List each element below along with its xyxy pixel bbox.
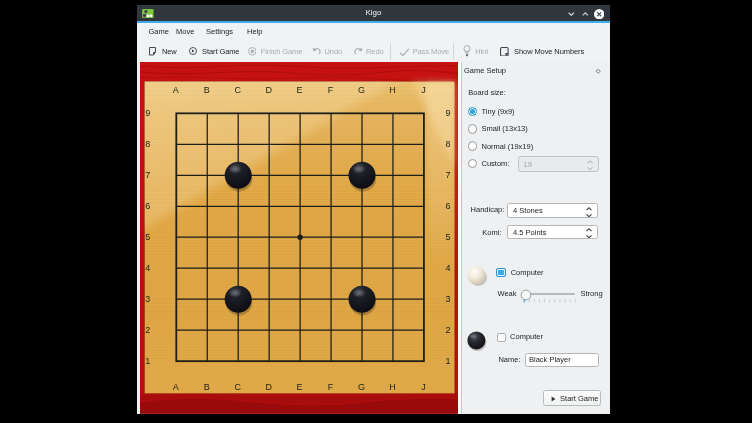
svg-text:8: 8 [145, 139, 150, 149]
svg-text:2: 2 [145, 325, 150, 335]
svg-text:E: E [296, 382, 302, 392]
svg-text:C: C [234, 382, 241, 392]
svg-text:3: 3 [445, 294, 450, 304]
svg-text:G: G [357, 382, 364, 392]
svg-text:2: 2 [445, 325, 450, 335]
svg-text:6: 6 [445, 201, 450, 211]
svg-text:C: C [234, 85, 241, 95]
svg-text:9: 9 [445, 108, 450, 118]
svg-text:G: G [357, 85, 364, 95]
svg-text:5: 5 [145, 232, 150, 242]
svg-text:B: B [203, 382, 209, 392]
svg-text:1: 1 [145, 356, 150, 366]
svg-text:J: J [421, 85, 425, 95]
svg-text:3: 3 [145, 294, 150, 304]
svg-text:7: 7 [145, 170, 150, 180]
svg-text:D: D [265, 85, 272, 95]
svg-text:A: A [172, 85, 178, 95]
svg-text:4: 4 [445, 263, 450, 273]
svg-text:8: 8 [445, 139, 450, 149]
svg-text:5: 5 [445, 232, 450, 242]
svg-text:6: 6 [145, 201, 150, 211]
svg-text:H: H [389, 382, 395, 392]
svg-text:4: 4 [145, 263, 150, 273]
svg-text:7: 7 [445, 170, 450, 180]
svg-text:B: B [203, 85, 209, 95]
svg-text:1: 1 [445, 356, 450, 366]
svg-text:A: A [172, 382, 178, 392]
svg-text:9: 9 [145, 108, 150, 118]
svg-text:H: H [389, 85, 395, 95]
svg-text:D: D [265, 382, 272, 392]
svg-text:F: F [327, 382, 333, 392]
svg-text:E: E [296, 85, 302, 95]
svg-text:F: F [327, 85, 333, 95]
svg-text:J: J [421, 382, 425, 392]
